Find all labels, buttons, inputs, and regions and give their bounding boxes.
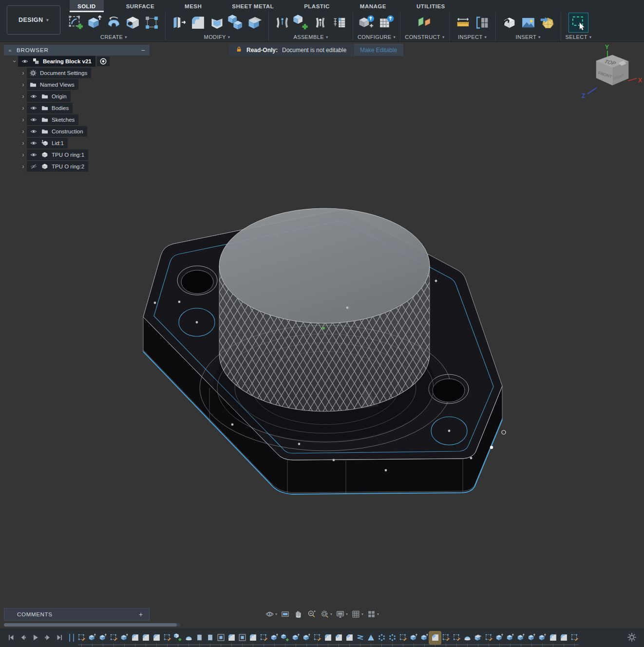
chevron-down-icon[interactable]: ▾ (361, 612, 365, 616)
playback-skip-start-button[interactable] (5, 632, 17, 644)
visibility-eye-icon[interactable] (20, 58, 29, 65)
collapse-panel-icon[interactable]: « (4, 47, 17, 53)
group-label-insert[interactable]: INSERT▾ (516, 34, 541, 40)
create-sketch-icon[interactable] (67, 14, 85, 32)
radio-target-icon[interactable] (99, 57, 107, 65)
playback-step-forward-button[interactable] (41, 632, 53, 644)
timeline-feature-loft[interactable] (365, 632, 376, 644)
browser-item-origin[interactable]: ›Origin (4, 91, 150, 102)
timeline-feature-sketch[interactable] (398, 632, 408, 644)
group-label-inspect[interactable]: INSPECT▾ (458, 34, 487, 40)
hole-icon[interactable] (124, 14, 142, 32)
timeline-feature-sketch[interactable] (108, 632, 119, 644)
group-label-modify[interactable]: MODIFY▾ (204, 34, 230, 40)
timeline-settings-gear-icon[interactable] (626, 632, 637, 645)
timeline-feature-extrude[interactable] (515, 632, 526, 644)
timeline-feature-sketch[interactable] (76, 632, 87, 644)
item-chip[interactable]: TPU O ring:2 (27, 161, 88, 172)
visibility-eye-icon[interactable] (29, 140, 38, 147)
timeline-feature-sketch[interactable] (483, 632, 494, 644)
sketch-point-selected[interactable] (490, 446, 493, 449)
timeline-feature-fillet[interactable] (558, 632, 569, 644)
expand-chevron-icon[interactable]: › (19, 116, 27, 123)
group-label-select[interactable]: SELECT▾ (566, 34, 592, 40)
browser-item-construction[interactable]: ›Construction (4, 126, 150, 137)
tab-solid[interactable]: SOLID (70, 0, 104, 12)
orbit-icon[interactable] (263, 609, 276, 619)
offset-plane-icon[interactable] (416, 14, 434, 32)
item-chip[interactable]: Document Settings (27, 68, 91, 78)
knurled-lid[interactable] (219, 208, 437, 411)
tab-utilities[interactable]: UTILITIES (409, 0, 453, 12)
section-analysis-icon[interactable] (473, 14, 491, 32)
press-pull-icon[interactable] (170, 14, 188, 32)
timeline-feature-sketch[interactable] (451, 632, 462, 644)
timeline-feature-box-pattern[interactable] (237, 632, 247, 644)
browser-item-tpu-o-ring-1[interactable]: ›TPU O ring:1 (4, 149, 150, 161)
revolve-icon[interactable] (105, 14, 123, 32)
model-viewport[interactable]: Y X Z TOP FRONT RIGHT « BROWSER − ›Beari… (0, 42, 644, 628)
browser-item-sketches[interactable]: ›Sketches (4, 114, 150, 126)
tab-sheet-metal[interactable]: SHEET METAL (224, 0, 282, 12)
timeline-feature-fillet[interactable] (548, 632, 558, 644)
playback-play-button[interactable] (29, 632, 41, 644)
timeline-feature-chamfer[interactable] (333, 632, 344, 644)
timeline-feature-extrude[interactable] (269, 632, 280, 644)
expand-chevron-icon[interactable]: › (19, 81, 27, 88)
timeline-feature-extrude-add[interactable] (280, 632, 290, 644)
item-chip[interactable]: Bodies (27, 103, 73, 113)
timeline-feature-extrude[interactable] (419, 632, 430, 644)
tab-mesh[interactable]: MESH (177, 0, 209, 12)
browser-item-tpu-o-ring-2[interactable]: ›TPU O ring:2 (4, 161, 150, 172)
timeline-feature-new-component[interactable] (172, 632, 183, 644)
browser-header[interactable]: « BROWSER − (4, 45, 150, 55)
tab-plastic[interactable]: PLASTIC (296, 0, 338, 12)
fillet-icon[interactable] (189, 14, 207, 32)
browser-item-document-settings[interactable]: ›Document Settings (4, 67, 150, 79)
timeline-feature-extrude[interactable] (408, 632, 419, 644)
workspace-switcher-button[interactable]: DESIGN ▾ (7, 5, 60, 35)
pan-icon[interactable] (292, 609, 305, 619)
expand-chevron-icon[interactable]: › (19, 140, 27, 147)
split-body-icon[interactable] (246, 14, 264, 32)
expand-chevron-icon[interactable]: › (19, 70, 27, 76)
item-chip[interactable]: TPU O ring:1 (27, 149, 88, 160)
visibility-eye-icon[interactable] (29, 151, 38, 158)
shell-icon[interactable] (208, 14, 226, 32)
expand-chevron-icon[interactable]: › (11, 58, 18, 65)
timeline-feature-form[interactable] (183, 632, 194, 644)
browser-item-bodies[interactable]: ›Bodies (4, 102, 150, 114)
view-cube[interactable]: Y X Z TOP FRONT RIGHT (582, 44, 642, 99)
chevron-down-icon[interactable]: ▾ (377, 612, 380, 616)
browser-item-bearing-block-v21[interactable]: ›Bearing Block v21 (4, 55, 150, 67)
playback-step-back-button[interactable] (17, 632, 29, 644)
timeline-feature-extrude[interactable] (87, 632, 97, 644)
insert-mesh-icon[interactable] (538, 14, 556, 32)
expand-chevron-icon[interactable]: › (19, 151, 27, 158)
timeline-feature-extrude[interactable] (526, 632, 537, 644)
timeline-feature-fillet[interactable] (140, 632, 151, 644)
group-label-create[interactable]: CREATE▾ (100, 34, 127, 40)
group-label-assemble[interactable]: ASSEMBLE▾ (293, 34, 328, 40)
look-at-icon[interactable] (279, 609, 292, 619)
comments-panel[interactable]: COMMENTS + (4, 608, 150, 621)
new-component-icon[interactable] (292, 14, 310, 32)
item-chip[interactable]: Named Views (27, 79, 78, 90)
activate-component-radio[interactable] (97, 56, 110, 66)
chevron-down-icon[interactable]: ▾ (330, 612, 334, 616)
select-window-icon[interactable] (569, 14, 587, 32)
playback-skip-end-button[interactable] (54, 632, 65, 644)
expand-chevron-icon[interactable]: › (19, 163, 27, 170)
timeline-feature-sketch[interactable] (312, 632, 322, 644)
expand-chevron-icon[interactable]: › (19, 128, 27, 135)
item-chip[interactable]: Origin (27, 91, 71, 102)
timeline-feature-sketch[interactable] (258, 632, 269, 644)
timeline-feature-sketch[interactable] (569, 632, 580, 644)
item-chip[interactable]: Lid:1 (27, 138, 68, 148)
timeline-feature-fillet[interactable] (247, 632, 258, 644)
timeline-feature-sketch[interactable] (440, 632, 451, 644)
timeline-feature-form[interactable] (462, 632, 473, 644)
display-settings-icon[interactable] (334, 609, 347, 619)
sketch-point-open[interactable] (502, 430, 506, 434)
timeline-feature-fillet[interactable] (226, 632, 237, 644)
